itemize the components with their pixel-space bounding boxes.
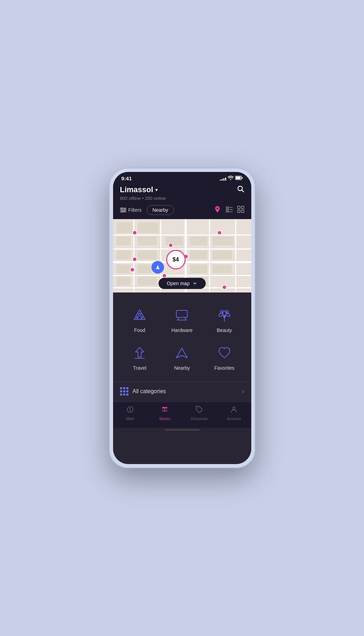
map-background: $4 Open map xyxy=(113,219,251,292)
map-pin[interactable] xyxy=(132,230,137,235)
status-icons xyxy=(220,176,243,181)
signal-icon xyxy=(220,176,226,181)
category-favorites[interactable]: Favorites xyxy=(203,339,245,376)
map-pin[interactable] xyxy=(162,273,167,278)
discounts-nav-label: Discounts xyxy=(191,417,208,421)
hardware-icon xyxy=(173,306,191,324)
discounts-nav-icon xyxy=(195,406,203,415)
main-nav-icon xyxy=(126,406,134,415)
svg-point-24 xyxy=(141,317,143,318)
nav-main[interactable]: Main xyxy=(120,406,141,421)
category-travel-label: Travel xyxy=(133,365,146,371)
stores-nav-icon xyxy=(161,406,169,415)
subtitle: 800 offline • 200 online xyxy=(120,196,244,201)
grid-view-icon[interactable] xyxy=(237,206,244,215)
stores-nav-label: Stores xyxy=(159,417,170,421)
home-indicator xyxy=(165,429,200,431)
list-view-icon[interactable] xyxy=(225,206,233,214)
svg-rect-19 xyxy=(238,210,240,212)
account-nav-label: Account xyxy=(227,417,241,421)
category-food-label: Food xyxy=(134,327,145,333)
nav-stores[interactable]: Stores xyxy=(154,406,175,421)
bottom-nav: Main Stores xyxy=(113,402,251,428)
food-icon xyxy=(131,306,148,324)
nearby-pill[interactable]: Nearby xyxy=(147,205,174,215)
all-categories-grid-icon xyxy=(120,387,128,396)
category-hardware[interactable]: Hardware xyxy=(161,301,203,339)
map-pin-view-icon[interactable] xyxy=(214,205,221,215)
beauty-icon xyxy=(216,306,233,324)
dropdown-icon[interactable]: ▾ xyxy=(155,187,158,193)
filter-left: Filters Nearby xyxy=(120,205,174,215)
svg-marker-21 xyxy=(134,310,145,319)
category-beauty[interactable]: Beauty xyxy=(203,301,245,339)
category-nearby[interactable]: Nearby xyxy=(161,339,203,376)
notch xyxy=(163,172,201,182)
svg-rect-13 xyxy=(226,209,229,210)
svg-rect-17 xyxy=(238,206,240,209)
filters-label: Filters xyxy=(128,207,142,213)
svg-line-27 xyxy=(185,317,186,320)
svg-rect-2 xyxy=(242,177,243,179)
main-nav-label: Main xyxy=(126,417,134,421)
phone-screen: 9:41 xyxy=(113,172,251,464)
category-food[interactable]: Food xyxy=(119,301,161,339)
nearby-icon xyxy=(173,344,191,362)
category-beauty-label: Beauty xyxy=(217,327,232,333)
filter-row: Filters Nearby xyxy=(120,205,244,215)
map-pin[interactable] xyxy=(130,267,135,272)
location-name: Limassol xyxy=(120,185,153,194)
location-row[interactable]: Limassol ▾ xyxy=(120,185,158,194)
wifi-icon xyxy=(228,176,233,181)
search-button[interactable] xyxy=(237,185,244,194)
categories-grid: Food Hardware xyxy=(113,292,251,382)
svg-rect-20 xyxy=(242,210,244,212)
svg-point-22 xyxy=(138,313,141,316)
nav-account[interactable]: Account xyxy=(223,406,244,421)
all-categories-row[interactable]: All categories › xyxy=(113,382,251,400)
category-favorites-label: Favorites xyxy=(214,365,235,371)
category-nearby-label: Nearby xyxy=(174,365,190,371)
svg-rect-15 xyxy=(226,211,229,212)
all-categories-label: All categories xyxy=(133,388,238,395)
svg-point-8 xyxy=(121,208,122,209)
nav-dot xyxy=(151,261,164,274)
favorites-icon xyxy=(216,344,233,362)
header: Limassol ▾ 800 offline • 200 online xyxy=(113,183,251,219)
svg-rect-11 xyxy=(226,207,229,208)
svg-rect-25 xyxy=(177,310,187,317)
svg-marker-37 xyxy=(177,348,187,358)
phone-frame: 9:41 xyxy=(109,168,255,468)
svg-point-23 xyxy=(136,317,138,318)
nav-discounts[interactable]: Discounts xyxy=(189,406,210,421)
price-pin[interactable]: $4 xyxy=(166,250,186,269)
travel-icon xyxy=(131,344,148,362)
category-hardware-label: Hardware xyxy=(171,327,193,333)
svg-line-4 xyxy=(242,190,244,192)
account-nav-icon xyxy=(230,406,238,415)
map-container[interactable]: $4 Open map xyxy=(113,219,251,292)
open-map-button[interactable]: Open map xyxy=(158,278,206,289)
category-travel[interactable]: Travel xyxy=(119,339,161,376)
map-pin[interactable] xyxy=(132,257,137,262)
svg-point-9 xyxy=(124,209,125,211)
all-categories-arrow-icon: › xyxy=(242,388,244,395)
header-top: Limassol ▾ xyxy=(120,185,244,194)
map-pin[interactable] xyxy=(168,243,173,248)
svg-line-26 xyxy=(178,317,179,320)
svg-point-40 xyxy=(232,407,235,410)
view-icons xyxy=(214,205,244,215)
content-area: Food Hardware xyxy=(113,292,251,464)
svg-point-34 xyxy=(223,315,225,318)
svg-rect-18 xyxy=(242,206,244,209)
battery-icon xyxy=(235,176,243,181)
map-pin[interactable] xyxy=(217,230,222,235)
svg-point-10 xyxy=(122,211,123,212)
filters-button[interactable]: Filters xyxy=(120,207,142,213)
svg-rect-1 xyxy=(236,177,240,179)
map-pin[interactable] xyxy=(222,285,227,290)
status-time: 9:41 xyxy=(121,175,132,181)
